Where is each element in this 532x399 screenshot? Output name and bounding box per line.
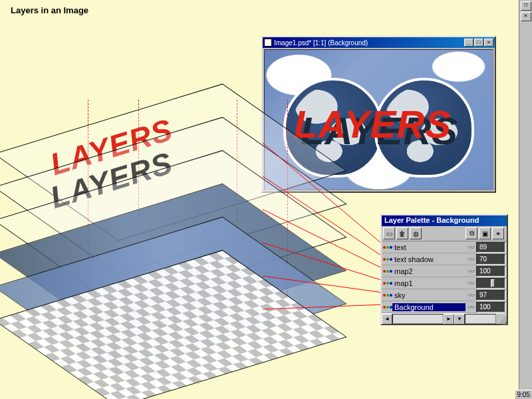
palette-scrollbar: ◄ ► ▼	[382, 313, 507, 324]
visibility-glasses-icon[interactable]: 👓	[466, 292, 476, 299]
layer-name[interactable]: sky	[392, 291, 466, 299]
scroll-right-icon[interactable]: ►	[444, 314, 454, 325]
rgb-channels-icon	[382, 270, 392, 273]
rgb-channels-icon	[382, 306, 392, 309]
opacity-value[interactable]: 97	[476, 290, 505, 301]
link-icon[interactable]: ⚭	[492, 227, 504, 239]
window-edge: ❐ ✕	[519, 0, 532, 399]
visibility-glasses-icon[interactable]: 👓	[466, 256, 476, 263]
visibility-glasses-icon[interactable]: 👓	[466, 268, 476, 275]
visibility-glasses-icon[interactable]: 👓	[466, 304, 476, 311]
resize-grip-icon[interactable]	[496, 314, 507, 325]
scroll-track[interactable]	[465, 314, 496, 324]
maximize-button[interactable]: □	[474, 39, 483, 47]
layer-row-background[interactable]: Background👓100	[382, 301, 507, 313]
opacity-slider[interactable]	[476, 278, 505, 289]
folder-icon[interactable]: ▣	[479, 227, 491, 239]
opacity-value[interactable]: 100	[476, 266, 505, 277]
rgb-channels-icon	[382, 294, 392, 297]
opacity-value[interactable]: 89	[476, 242, 505, 253]
layer-row-text-shadow[interactable]: text shadow👓70	[382, 253, 507, 265]
close-button[interactable]: ✕	[521, 12, 531, 21]
layer-list: text👓89text shadow👓70map2👓100map1👓sky👓97…	[382, 241, 507, 313]
layer-row-map2[interactable]: map2👓100	[382, 265, 507, 277]
layer-name[interactable]: map2	[392, 267, 466, 275]
preview-titlebar[interactable]: Image1.psd* [1:1] (Background) _ □ ✕	[263, 37, 495, 48]
layer-palette: Layer Palette - Background ▭ 🗑 ◍ ⧉ ▣ ⚭ t…	[380, 214, 508, 325]
visibility-glasses-icon[interactable]: 👓	[466, 244, 476, 251]
scroll-down-icon[interactable]: ▼	[454, 314, 465, 325]
mask-icon[interactable]: ◍	[410, 227, 422, 239]
rgb-channels-icon	[382, 246, 392, 249]
layer-row-sky[interactable]: sky👓97	[382, 289, 507, 301]
layer-name[interactable]: map1	[392, 279, 466, 287]
minimize-button[interactable]: _	[464, 39, 473, 47]
opacity-value[interactable]: 70	[476, 254, 505, 265]
document-icon	[264, 39, 272, 47]
text-layer: LAYERS	[294, 102, 452, 146]
restore-button[interactable]: ❐	[521, 1, 531, 11]
layer-name[interactable]: text shadow	[392, 255, 466, 263]
layer-name[interactable]: Background	[392, 303, 466, 311]
palette-toolbar: ▭ 🗑 ◍ ⧉ ▣ ⚭	[382, 226, 507, 241]
scroll-left-icon[interactable]: ◄	[382, 314, 392, 325]
slider-knob[interactable]	[491, 279, 495, 287]
opacity-value[interactable]: 100	[476, 302, 505, 313]
page-title: Layers in an Image	[11, 5, 88, 15]
layer-name[interactable]: text	[392, 243, 466, 251]
visibility-glasses-icon[interactable]: 👓	[466, 280, 476, 287]
layer-stack-diagram: LAYERSLAYERS	[24, 100, 303, 379]
preview-title: Image1.psd* [1:1] (Background)	[274, 39, 368, 47]
clock: 9:05	[515, 390, 532, 399]
layer-row-map1[interactable]: map1👓	[382, 277, 507, 289]
rgb-channels-icon	[382, 258, 392, 261]
scroll-track[interactable]	[392, 314, 444, 324]
palette-titlebar[interactable]: Layer Palette - Background	[382, 215, 507, 226]
delete-layer-icon[interactable]: 🗑	[396, 227, 408, 239]
close-button[interactable]: ✕	[484, 39, 493, 47]
rgb-channels-icon	[382, 282, 392, 285]
layer-row-text[interactable]: text👓89	[382, 241, 507, 253]
group-icon[interactable]: ⧉	[466, 227, 477, 239]
new-layer-icon[interactable]: ▭	[383, 227, 395, 239]
